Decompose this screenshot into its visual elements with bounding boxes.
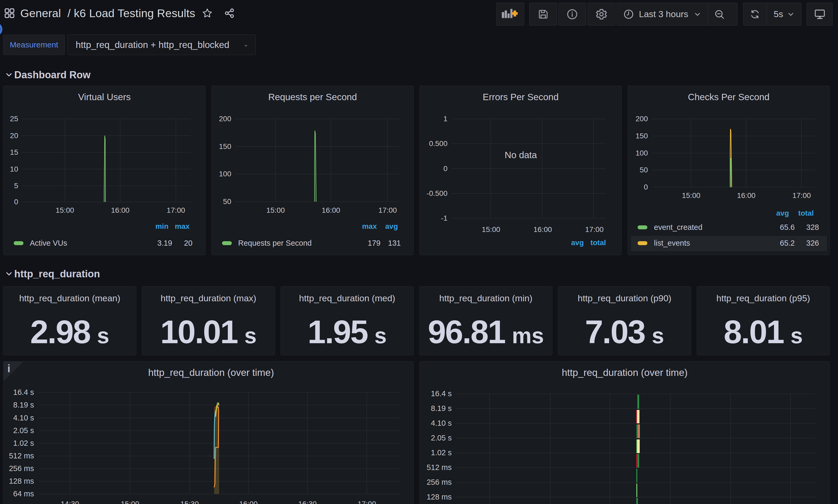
svg-text:512 ms: 512 ms [9,452,34,460]
svg-text:17:00: 17:00 [792,191,811,200]
svg-text:4.10 s: 4.10 s [431,419,452,427]
svg-text:65.6: 65.6 [780,223,795,231]
svg-text:5: 5 [14,182,18,190]
svg-text:2.05 s: 2.05 s [431,434,452,442]
svg-text:20: 20 [184,239,193,247]
svg-text:16:00: 16:00 [111,206,129,214]
svg-text:15:30: 15:30 [180,500,199,504]
svg-text:1: 1 [443,115,447,123]
svg-text:No data: No data [505,150,537,160]
svg-text:512 ms: 512 ms [427,463,452,472]
svg-text:4.10 s: 4.10 s [13,414,34,422]
svg-text:17:00: 17:00 [378,206,397,214]
svg-text:list_events: list_events [654,239,690,247]
svg-text:128 ms: 128 ms [427,493,452,501]
svg-text:179: 179 [368,239,380,247]
svg-text:8.19 s: 8.19 s [13,401,34,409]
svg-text:100: 100 [219,170,231,178]
svg-text:256 ms: 256 ms [427,478,452,486]
svg-text:15:00: 15:00 [482,226,500,234]
svg-text:Active VUs: Active VUs [30,239,67,247]
svg-text:avg: avg [385,222,398,230]
svg-text:128 ms: 128 ms [9,477,34,485]
svg-text:max: max [175,222,190,230]
svg-text:64 ms: 64 ms [13,489,34,498]
svg-text:event_created: event_created [654,223,702,231]
svg-text:total: total [590,238,606,247]
svg-text:16:00: 16:00 [239,500,257,504]
svg-text:50: 50 [640,166,648,174]
svg-text:100: 100 [636,149,648,157]
svg-text:16.4 s: 16.4 s [13,388,34,396]
svg-text:15:00: 15:00 [56,206,74,214]
svg-text:15:00: 15:00 [266,206,285,214]
svg-text:8.19 s: 8.19 s [431,404,452,413]
svg-text:avg: avg [571,238,584,247]
svg-text:15:00: 15:00 [121,500,139,504]
svg-text:17:00: 17:00 [167,206,185,214]
svg-text:16.4 s: 16.4 s [431,389,452,398]
svg-text:150: 150 [219,142,231,150]
svg-text:131: 131 [388,239,401,247]
svg-text:-0.500: -0.500 [427,189,447,197]
svg-text:2.05 s: 2.05 s [13,426,34,435]
svg-text:326: 326 [806,239,819,247]
svg-text:15:00: 15:00 [682,191,700,200]
svg-text:10: 10 [10,165,18,173]
svg-text:200: 200 [219,115,231,123]
svg-text:150: 150 [636,132,648,140]
svg-text:1.02 s: 1.02 s [13,439,34,447]
svg-text:1.02 s: 1.02 s [431,448,452,457]
svg-text:256 ms: 256 ms [9,464,34,473]
svg-text:16:00: 16:00 [737,191,755,200]
svg-text:0: 0 [644,183,648,191]
svg-text:16:00: 16:00 [322,206,340,214]
svg-text:328: 328 [806,223,819,231]
svg-text:max: max [362,222,377,230]
svg-text:-1: -1 [441,214,447,222]
svg-text:50: 50 [223,197,231,205]
svg-text:14:30: 14:30 [61,500,79,504]
svg-text:16:30: 16:30 [298,500,317,504]
svg-text:0.500: 0.500 [429,140,447,148]
svg-text:total: total [798,209,814,217]
svg-text:15: 15 [10,148,18,156]
svg-text:20: 20 [10,131,18,140]
svg-text:17:00: 17:00 [585,226,604,234]
svg-text:min: min [155,222,168,230]
svg-text:16:00: 16:00 [533,226,552,234]
svg-text:3.19: 3.19 [157,239,172,247]
svg-text:65.2: 65.2 [780,239,795,247]
svg-text:25: 25 [10,115,18,123]
svg-text:avg: avg [776,209,789,217]
svg-text:200: 200 [636,115,648,123]
svg-text:0: 0 [14,198,18,206]
svg-text:17:00: 17:00 [358,500,376,504]
svg-text:Requests per Second: Requests per Second [238,239,312,247]
svg-text:0: 0 [443,164,447,173]
